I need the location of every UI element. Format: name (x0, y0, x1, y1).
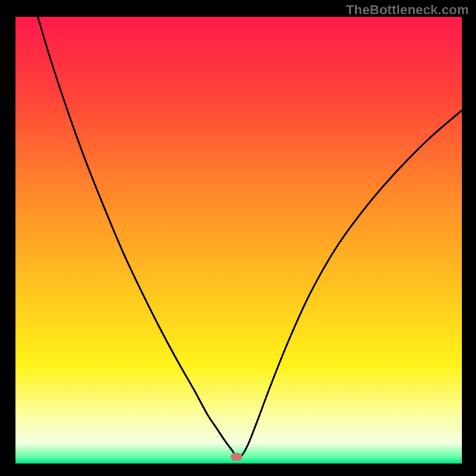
chart-gradient-bg (15, 17, 462, 464)
chart-container: { "watermark": "TheBottleneck.com", "plo… (0, 0, 476, 476)
bottleneck-chart (0, 0, 476, 476)
minimum-marker (230, 453, 242, 461)
watermark-text: TheBottleneck.com (346, 2, 469, 18)
